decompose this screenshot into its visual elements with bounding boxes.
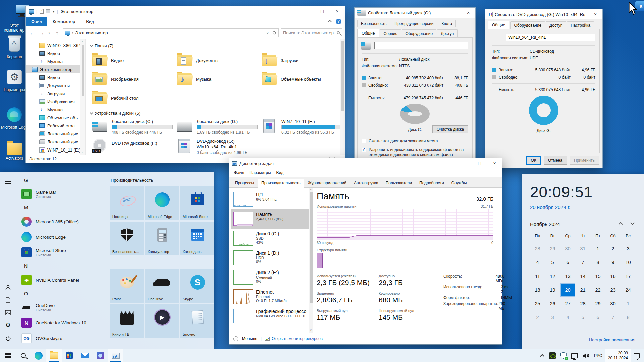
tray-security[interactable] (558, 349, 569, 362)
forward-button[interactable]: → (38, 30, 45, 36)
customize-toolbar-icon[interactable]: ▾ (53, 10, 54, 13)
drive-item-g[interactable]: DVD-дисковод (G:)Win10_x64_Ru_4in10 байт… (176, 138, 261, 155)
menu-view[interactable]: Вид (273, 169, 286, 176)
ok-button[interactable]: ОК (526, 156, 541, 165)
tile-edge[interactable]: Microsoft Edge (145, 186, 179, 220)
desktop-icon-settings[interactable]: ⚙ Параметры (0, 69, 29, 92)
taskman-titlebar[interactable]: Диспетчер задач – □ × (229, 158, 502, 168)
taskbar-search-button[interactable] (15, 349, 31, 362)
start-button[interactable] (0, 349, 15, 362)
maximize-button[interactable]: □ (472, 158, 487, 168)
sidebar-item-win7-10-11[interactable]: WIN7_10_11 (E:) (26, 146, 85, 154)
calendar-day[interactable]: 14 (575, 269, 590, 283)
folder-item-music[interactable]: ♪Музыка (176, 70, 261, 88)
pictures-icon[interactable] (0, 306, 16, 319)
calendar-day[interactable]: 16 (605, 269, 621, 283)
calendar-day[interactable]: 21 (575, 283, 590, 297)
folder-item-documents[interactable]: Документы (176, 51, 261, 70)
app-item-edge[interactable]: Microsoft Edge (16, 229, 107, 245)
calendar-day[interactable]: 11 (530, 269, 545, 283)
calendar-day[interactable]: 5 (545, 255, 560, 269)
sidebar-item-win10-folder[interactable]: WIN10_X86_X64_ (26, 41, 85, 49)
tile-notepad[interactable]: Блокнот (180, 304, 214, 338)
drive-item-c[interactable]: Локальный диск (C:)408 ГБ свободно из 44… (92, 118, 176, 137)
drive-item-f[interactable]: DVD RW дисковод (F:) (92, 138, 176, 155)
calendar-day[interactable]: 22 (590, 283, 605, 297)
taskbar-photos[interactable] (93, 349, 108, 362)
calendar-day[interactable]: 8 (621, 310, 636, 324)
fewer-details-button[interactable]: Меньше (242, 336, 257, 341)
close-icon[interactable]: × (461, 8, 475, 18)
folder-item-3d-objects[interactable]: Объемные объекты (261, 70, 345, 88)
calendar-day[interactable]: 4 (530, 255, 545, 269)
sidebar-item-dvd-drive[interactable]: DVD-дисковод ( (26, 154, 85, 155)
explorer-titlebar[interactable]: | ▾ | Этот компьютер – □ × (26, 6, 345, 17)
disk-cleanup-button[interactable]: Очистка диска (432, 125, 468, 133)
month-title[interactable]: Ноябрь 2024 (530, 221, 560, 227)
calendar-day[interactable]: 15 (590, 269, 605, 283)
calendar-day[interactable]: 7 (575, 255, 590, 269)
breadcrumb[interactable]: Этот компьютер (75, 30, 108, 35)
section-letter[interactable]: O (16, 288, 107, 300)
dialog-titlebar[interactable]: Свойства: DVD-дисковод (G:) Win10_x64_Ru… (485, 9, 602, 19)
drives-group-header[interactable]: Устройства и диски (5) (90, 111, 339, 116)
recent-locations-icon[interactable]: ˅ (47, 31, 51, 35)
calendar-day[interactable]: 13 (560, 269, 575, 283)
new-folder-quick-icon[interactable] (46, 9, 50, 13)
documents-icon[interactable] (0, 294, 16, 306)
sidebar-scrollbar[interactable]: ˄ ˅ (80, 39, 85, 155)
schedule-settings-link[interactable]: Настройка расписания (589, 337, 635, 342)
perf-item-gpu[interactable]: Графический процессоNVIDIA GeForce GTX 1… (231, 306, 309, 326)
sidebar-item-local-disk-c[interactable]: Локальный дис (26, 130, 85, 138)
tray-nvidia[interactable] (547, 349, 558, 362)
compress-checkbox-row[interactable]: Сжать этот диск для экономии места (362, 139, 468, 143)
calendar-day[interactable]: 23 (605, 283, 621, 297)
menu-file[interactable]: Файл (231, 169, 247, 176)
calendar-day[interactable]: 8 (590, 255, 605, 269)
prev-month-icon[interactable] (619, 222, 623, 226)
taskbar-file-explorer[interactable] (46, 349, 62, 362)
menu-hamburger-icon[interactable] (0, 177, 16, 190)
calendar-day[interactable]: 3 (545, 310, 560, 324)
calendar-day[interactable]: 3 (621, 242, 636, 255)
tab-processes[interactable]: Процессы (231, 179, 258, 187)
app-item-onenote[interactable]: OneNote for Windows 10 (16, 315, 107, 330)
folder-item-pictures[interactable]: Изображения (92, 70, 176, 88)
calendar-day[interactable]: 18 (530, 283, 545, 297)
properties-quick-icon[interactable] (40, 9, 44, 14)
tab-app-history[interactable]: Журнал приложений (304, 179, 350, 187)
calendar-day[interactable]: 30 (605, 297, 621, 310)
perf-item-disk1[interactable]: Диск 1 (D:)HDD0% (231, 248, 309, 267)
menu-options[interactable]: Параметры (247, 169, 274, 176)
calendar-day[interactable]: 31 (575, 242, 590, 255)
open-resource-monitor-link[interactable]: Открыть монитор ресурсов (265, 336, 323, 341)
folder-item-downloads[interactable]: ↓Загрузки (261, 51, 345, 70)
tab-previous-versions[interactable]: Предыдущие версии (391, 20, 437, 27)
tile-onedrive[interactable]: OneDrive (145, 269, 179, 303)
sidebar-item-pictures[interactable]: Изображения (26, 98, 85, 106)
folders-group-header[interactable]: Папки (7) (90, 43, 339, 48)
sidebar-item-3d-objects[interactable]: Объемные объ (26, 114, 85, 122)
volume-label-input[interactable] (506, 34, 595, 41)
tab-services[interactable]: Службы (448, 179, 470, 187)
tray-language[interactable]: РУС (592, 349, 605, 362)
section-letter[interactable]: G (16, 174, 107, 186)
up-button[interactable]: ↑ (53, 30, 61, 36)
tab-performance[interactable]: Производительность (258, 179, 304, 188)
sidebar-scrollbar[interactable]: ˄˅ (309, 188, 313, 333)
sidebar-item-this-pc[interactable]: Этот компьютер (26, 65, 85, 73)
perf-item-ethernet[interactable]: EthernetEthernetО: 0 П: 1,7 Мбит/с (231, 287, 309, 306)
calendar-day[interactable]: 12 (545, 269, 560, 283)
tray-show-hidden-icons[interactable] (539, 349, 547, 362)
app-item-game-bar[interactable]: Game BarСистема (16, 186, 107, 202)
help-icon[interactable]: ? (336, 19, 341, 24)
tile-calculator[interactable]: Калькулятор (145, 222, 179, 255)
section-letter[interactable]: P (16, 346, 107, 349)
tab-hardware[interactable]: Оборудование (510, 21, 545, 29)
tab-tools[interactable]: Сервис (380, 29, 401, 37)
clock-date-link[interactable]: 20 ноября 2024 г. (530, 204, 636, 210)
tray-network[interactable] (569, 349, 580, 362)
perf-item-cpu[interactable]: ЦП6% 3,04 ГГц (231, 190, 309, 209)
index-checkbox[interactable] (362, 148, 366, 152)
drive-item-d[interactable]: Локальный диск (D:)1,69 ТБ свободно из 1… (176, 118, 261, 137)
